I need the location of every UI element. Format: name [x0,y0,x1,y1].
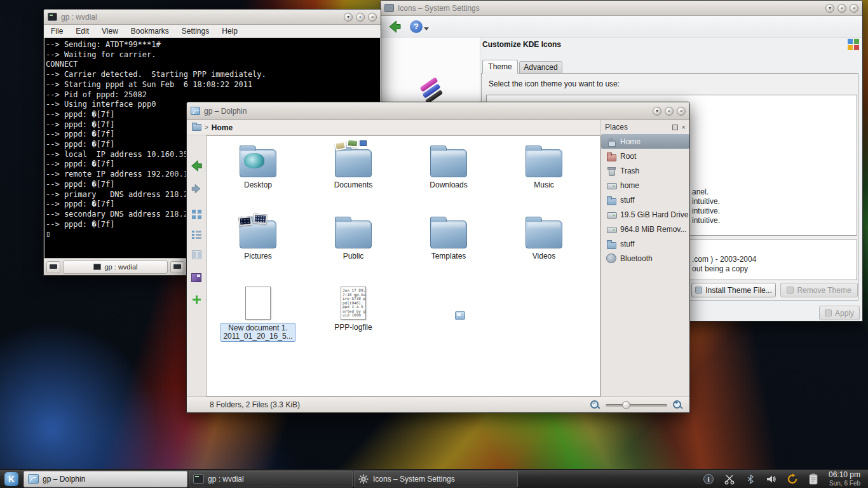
menu-view[interactable]: View [102,27,118,36]
blank-file-icon [245,287,271,320]
zoom-slider-track[interactable] [606,404,667,407]
settings-window-title: Icons – System Settings [398,4,480,13]
file-item-public[interactable]: Public [306,210,401,281]
menu-bookmarks[interactable]: Bookmarks [131,27,169,36]
theme-description-fragment: out being a copy [692,264,748,273]
task-dolphin[interactable]: gp – Dolphin [24,471,187,487]
zoom-slider[interactable] [606,401,667,409]
places-item-stuff-1[interactable]: stuff [601,193,689,207]
bluetooth-icon[interactable] [744,473,757,485]
update-notifier-icon[interactable] [786,473,799,485]
preview-toggle-icon[interactable] [189,270,204,285]
removable-drive-icon [606,224,616,234]
places-item-home[interactable]: Home [601,134,689,149]
columns-view-icon[interactable] [189,247,204,262]
dolphin-window-title: gp – Dolphin [204,107,247,116]
home-folder-icon[interactable] [192,124,201,131]
places-item-removable[interactable]: 964.8 MiB Remov... [601,222,689,236]
device-notifier-icon[interactable]: i [702,473,715,485]
theme-list-text-fragment: anel. [692,187,709,196]
task-wvdial[interactable]: gp : wvdial [189,471,353,487]
zoom-in-icon[interactable]: + [672,400,683,410]
folder-icon [526,149,562,177]
kde-menu-button[interactable]: K [0,470,23,488]
style-category-icon[interactable] [417,78,442,104]
details-view-icon[interactable] [189,227,204,242]
system-tray: i [702,473,829,485]
places-item-trash[interactable]: Trash [601,163,689,178]
folder-icon [526,220,562,248]
folder-icon [335,149,372,177]
file-text-preview: Jan 17 09:4 7:18 gp-Asp ire-5738 pp pd[1… [341,287,365,319]
maximize-icon[interactable] [837,4,846,13]
back-button[interactable] [387,19,402,34]
new-tab-icon[interactable] [46,261,60,273]
tab-theme[interactable]: Theme [482,60,518,74]
file-item-new-document[interactable]: New document 1. 2011_01_20_16_5... [210,281,306,352]
file-item-pictures[interactable]: Pictures [210,210,306,281]
selected-file-label: New document 1. 2011_01_20_16_5... [220,323,295,342]
maximize-icon[interactable] [665,107,674,116]
places-item-root[interactable]: Root [601,149,689,163]
clipboard-icon[interactable] [807,473,820,485]
minimize-icon[interactable] [344,13,353,22]
file-item-videos[interactable]: Videos [496,210,592,281]
close-icon[interactable] [368,13,377,22]
terminal-app-icon [48,13,57,21]
remove-theme-button[interactable]: Remove Theme [780,283,858,297]
klipper-scissors-icon[interactable] [723,473,736,485]
folder-icon [606,195,616,205]
settings-toolbar: ? [381,16,862,37]
file-item-music[interactable]: Music [496,139,592,210]
icons-view-icon[interactable] [189,207,204,222]
settings-titlebar[interactable]: Icons – System Settings [381,1,862,16]
minimize-icon[interactable] [825,4,834,13]
file-item-desktop[interactable]: Desktop [210,139,306,210]
trash-icon [606,166,616,176]
file-item-ppp-logfile[interactable]: Jan 17 09:4 7:18 gp-Asp ire-5738 pp pd[1… [306,281,401,352]
checkmark-icon [825,309,832,316]
menu-help[interactable]: Help [222,27,238,36]
file-item-documents[interactable]: Documents [306,139,401,210]
back-button[interactable] [189,158,204,173]
taskbar: K gp – Dolphin gp : wvdial Icons – Syste… [0,469,868,488]
places-item-home-dir[interactable]: home [601,178,689,193]
status-text: 8 Folders, 2 Files (3.3 KiB) [210,400,300,409]
minimize-icon[interactable] [653,107,661,116]
help-button[interactable]: ? [410,20,429,33]
close-icon[interactable] [677,107,686,116]
tab-advanced[interactable]: Advanced [519,61,562,74]
apply-button[interactable]: Apply [819,306,860,320]
desktop-swirl-decoration [244,153,264,168]
menu-settings[interactable]: Settings [182,27,209,36]
dolphin-statusbar: 8 Folders, 2 Files (3.3 KiB) − + [187,396,689,412]
volume-icon[interactable] [765,473,778,485]
zoom-out-icon[interactable]: − [590,400,600,410]
close-icon[interactable] [850,4,858,13]
maximize-icon[interactable] [356,13,365,22]
terminal-tab[interactable]: gp : wvdial [63,261,168,274]
split-add-icon[interactable] [189,292,204,307]
clock-time: 06:10 pm [829,471,860,479]
clock[interactable]: 06:10 pm Sun, 6 Feb [829,471,868,487]
file-item-downloads[interactable]: Downloads [401,139,496,210]
install-theme-file-button[interactable]: Install Theme File... [691,283,776,297]
split-view-icon[interactable] [170,261,184,273]
float-panel-icon[interactable] [672,125,678,130]
menu-file[interactable]: File [51,27,63,36]
zoom-slider-handle[interactable] [622,401,630,409]
file-item-templates[interactable]: Templates [401,210,496,281]
theme-list-text-fragment: intuitive. [692,207,720,215]
breadcrumb-separator: > [205,124,208,131]
breadcrumb-home[interactable]: Home [212,123,233,132]
dolphin-titlebar[interactable]: gp – Dolphin [187,102,689,120]
task-system-settings[interactable]: Icons – System Settings [354,471,518,487]
places-item-hard-drive[interactable]: 19.5 GiB Hard Drive [601,207,689,222]
folder-icon [430,149,467,177]
forward-button[interactable] [189,181,204,196]
places-item-stuff-2[interactable]: stuff [601,236,689,251]
terminal-titlebar[interactable]: gp : wvdial [44,10,381,25]
menu-edit[interactable]: Edit [76,27,89,36]
close-panel-icon[interactable]: × [682,125,686,130]
places-item-bluetooth[interactable]: Bluetooth [601,251,689,266]
